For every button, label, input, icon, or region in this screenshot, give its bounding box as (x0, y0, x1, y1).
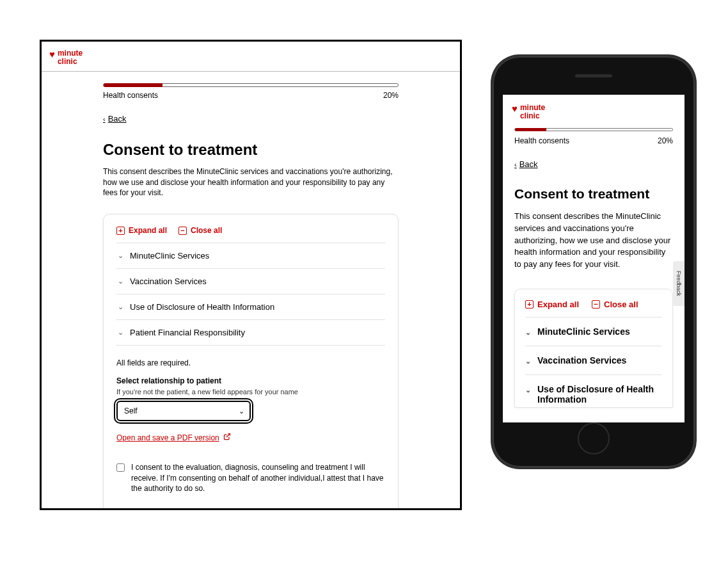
back-link[interactable]: ‹ Back (514, 159, 538, 169)
logo: ♥ minuteclinic (49, 49, 83, 66)
consent-checkbox-label: I consent to the evaluation, diagnosis, … (131, 462, 385, 494)
mobile-header: ♥ minuteclinic (503, 95, 684, 127)
expand-all-button[interactable]: + Expand all (525, 300, 579, 309)
back-link[interactable]: ‹ Back (103, 114, 127, 124)
relationship-label: Select relationship to patient (116, 376, 385, 385)
relationship-hint: If you're not the patient, a new field a… (116, 388, 385, 396)
required-note: All fields are required. (116, 358, 385, 367)
accordion-item[interactable]: ⌄ MinuteClinic Services (116, 243, 385, 269)
relationship-select[interactable]: Self (116, 401, 251, 421)
accordion-label: Vaccination Services (130, 277, 207, 286)
chevron-down-icon: ⌄ (525, 386, 531, 394)
relationship-select-wrap: Self ⌄ (116, 401, 251, 421)
progress-bar: Health consents 20% (103, 83, 399, 100)
accordion-item[interactable]: ⌄ Patient Financial Responsibility (116, 320, 385, 346)
plus-icon: + (525, 300, 534, 309)
accordion-label: Use of Disclosure of Health Information (130, 302, 274, 312)
intro-text: This consent describes the MinuteClinic … (514, 211, 673, 271)
chevron-down-icon: ⌄ (118, 328, 123, 337)
progress-fill (515, 128, 546, 131)
logo-text: minuteclinic (520, 104, 545, 120)
close-all-button[interactable]: − Close all (178, 226, 222, 235)
expand-all-label: Expand all (129, 226, 167, 235)
desktop-window: ♥ minuteclinic Health consents 20% ‹ Bac… (40, 40, 462, 510)
expand-all-label: Expand all (537, 300, 579, 309)
plus-icon: + (116, 227, 125, 235)
back-label: Back (108, 114, 127, 124)
minus-icon: − (592, 300, 600, 309)
chevron-left-icon: ‹ (514, 161, 517, 168)
chevron-left-icon: ‹ (103, 115, 106, 123)
accordion-item[interactable]: ⌄ MinuteClinic Services (525, 317, 662, 346)
progress-percent: 20% (658, 136, 673, 145)
pdf-link[interactable]: Open and save a PDF version (116, 433, 231, 442)
close-all-button[interactable]: − Close all (592, 300, 638, 309)
accordion-label: MinuteClinic Services (130, 251, 209, 261)
phone-frame: ♥ minuteclinic Health consents 20% (491, 55, 696, 469)
accordion-item[interactable]: ⌄ Vaccination Services (525, 346, 662, 374)
progress-fill (104, 83, 162, 87)
accordion: ⌄ MinuteClinic Services ⌄ Vaccination Se… (116, 243, 385, 346)
heart-icon: ♥ (49, 49, 55, 59)
consent-checkbox[interactable] (116, 463, 125, 472)
heart-icon: ♥ (512, 104, 518, 113)
consent-card: + Expand all − Close all ⌄ MinuteClinic … (514, 289, 673, 408)
progress-track (103, 83, 399, 87)
logo-text: minuteclinic (58, 49, 83, 66)
progress-percent: 20% (383, 91, 399, 100)
svg-line-0 (226, 434, 230, 438)
pdf-link-label: Open and save a PDF version (116, 433, 219, 442)
back-label: Back (519, 159, 538, 169)
chevron-down-icon: ⌄ (525, 328, 531, 337)
accordion-item[interactable]: ⌄ Vaccination Services (116, 269, 385, 294)
accordion-label: Vaccination Services (537, 355, 626, 365)
progress-track (514, 128, 673, 131)
header: ♥ minuteclinic (42, 42, 460, 72)
progress-label: Health consents (514, 136, 569, 145)
accordion-item[interactable]: ⌄ Use of Disclosure of Health Informatio… (525, 374, 662, 407)
chevron-down-icon: ⌄ (118, 252, 123, 260)
consent-card: + Expand all − Close all ⌄ MinuteClinic … (103, 214, 399, 510)
continue-button[interactable]: Continue (116, 508, 178, 510)
accordion-label: MinuteClinic Services (537, 326, 630, 337)
accordion-label: Patient Financial Responsibility (130, 328, 245, 337)
phone-screen: ♥ minuteclinic Health consents 20% (503, 95, 684, 422)
chevron-down-icon: ⌄ (118, 303, 123, 311)
external-link-icon (223, 433, 231, 442)
consent-checkbox-row[interactable]: I consent to the evaluation, diagnosis, … (116, 462, 385, 494)
page-title: Consent to treatment (514, 186, 673, 202)
intro-text: This consent describes the MinuteClinic … (103, 166, 399, 198)
chevron-down-icon: ⌄ (525, 357, 531, 365)
close-all-label: Close all (191, 226, 222, 235)
logo: ♥ minuteclinic (512, 104, 676, 120)
chevron-down-icon: ⌄ (118, 277, 123, 285)
accordion-label: Use of Disclosure of Health Information (537, 384, 662, 405)
feedback-tab[interactable]: Feedback (673, 261, 684, 306)
page-title: Consent to treatment (103, 141, 399, 159)
progress-bar: Health consents 20% (514, 128, 673, 145)
expand-all-button[interactable]: + Expand all (116, 226, 167, 235)
close-all-label: Close all (604, 300, 638, 309)
feedback-label: Feedback (676, 271, 682, 296)
minus-icon: − (178, 227, 187, 235)
accordion-item[interactable]: ⌄ Use of Disclosure of Health Informatio… (116, 294, 385, 320)
progress-label: Health consents (103, 91, 158, 100)
